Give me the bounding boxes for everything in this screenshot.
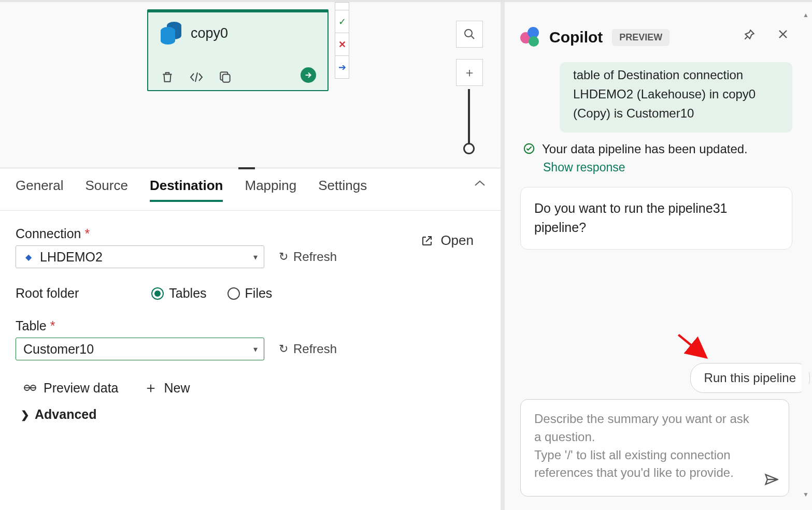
- advanced-toggle[interactable]: ❯ Advanced: [16, 407, 485, 422]
- refresh-label: Refresh: [293, 342, 337, 356]
- status-box: [335, 2, 349, 10]
- table-value: Customer10: [23, 342, 94, 357]
- refresh-table-button[interactable]: ↻ Refresh: [279, 342, 337, 356]
- delete-icon[interactable]: [161, 70, 174, 84]
- tab-source[interactable]: Source: [86, 178, 128, 202]
- svg-rect-0: [223, 75, 230, 82]
- copilot-logo-icon: [520, 27, 541, 48]
- svg-point-1: [465, 30, 472, 37]
- check-circle-icon: [523, 143, 535, 154]
- radio-files-label: Files: [245, 286, 273, 301]
- refresh-connection-button[interactable]: ↻ Refresh: [279, 250, 337, 264]
- code-icon[interactable]: [189, 70, 204, 84]
- connection-label: Connection: [16, 226, 81, 241]
- tab-destination[interactable]: Destination: [150, 178, 223, 202]
- updated-text: Your data pipeline has been updated.: [542, 142, 748, 156]
- copilot-title: Copilot: [549, 28, 603, 46]
- chevron-right-icon: ❯: [21, 409, 30, 421]
- new-label: New: [164, 381, 190, 396]
- database-icon: [161, 22, 181, 45]
- activity-title: copy0: [191, 25, 228, 41]
- pin-icon[interactable]: [743, 28, 756, 41]
- zoom-slider-thumb[interactable]: [463, 143, 475, 154]
- canvas-add-button[interactable]: ＋: [456, 59, 483, 86]
- preview-badge: PREVIEW: [612, 29, 669, 46]
- show-response-link[interactable]: Show response: [543, 161, 792, 174]
- scroll-up-icon[interactable]: ▲: [803, 11, 809, 19]
- copilot-input[interactable]: Describe the summary you want or ask a q…: [520, 399, 789, 497]
- refresh-label: Refresh: [293, 250, 337, 264]
- panel-grip[interactable]: [238, 167, 255, 169]
- table-label: Table: [16, 318, 47, 333]
- lakehouse-icon: ◆: [23, 252, 34, 262]
- required-mark: *: [50, 318, 55, 333]
- advanced-label: Advanced: [35, 407, 96, 422]
- tab-mapping[interactable]: Mapping: [245, 178, 296, 202]
- pane-scrollbar[interactable]: ▲ ▼: [802, 11, 809, 498]
- run-pipeline-button[interactable]: Run this pipeline: [690, 363, 810, 393]
- destination-form: Open Connection * ◆ LHDEMO2 ▾ ↻ Refresh …: [0, 211, 501, 422]
- connection-dropdown[interactable]: ◆ LHDEMO2 ▾: [16, 245, 264, 268]
- new-table-button[interactable]: ＋ New: [144, 378, 190, 398]
- scroll-down-icon[interactable]: ▼: [803, 491, 809, 498]
- annotation-arrow-icon: [676, 332, 709, 361]
- table-dropdown[interactable]: Customer10 ▾: [16, 338, 264, 360]
- close-icon[interactable]: [777, 28, 789, 41]
- tab-general[interactable]: General: [16, 178, 64, 202]
- radio-tables-label: Tables: [169, 286, 206, 301]
- tab-settings[interactable]: Settings: [318, 178, 367, 202]
- status-line: Your data pipeline has been updated.: [523, 142, 792, 156]
- chevron-down-icon: ▾: [253, 252, 258, 262]
- refresh-icon: ↻: [279, 250, 288, 264]
- radio-files[interactable]: Files: [227, 286, 273, 301]
- zoom-slider-track[interactable]: [468, 89, 470, 146]
- status-success-icon[interactable]: ✓: [335, 10, 349, 33]
- radio-tables[interactable]: Tables: [151, 286, 206, 301]
- system-message: table of Destination connection LHDEMO2 …: [560, 62, 792, 133]
- refresh-icon: ↻: [279, 342, 288, 356]
- plus-icon: ＋: [144, 378, 158, 398]
- status-fail-icon[interactable]: ✕: [335, 33, 349, 56]
- send-icon[interactable]: [764, 472, 778, 487]
- main-pane: copy0 ✓ ✕ ➔: [0, 2, 501, 510]
- root-folder-label: Root folder: [16, 286, 79, 301]
- open-button[interactable]: Open: [421, 232, 474, 249]
- open-label: Open: [440, 232, 474, 249]
- copilot-input-placeholder: Describe the summary you want or ask a q…: [534, 412, 749, 479]
- canvas-search-button[interactable]: [456, 21, 483, 48]
- status-skip-icon[interactable]: ➔: [335, 56, 349, 79]
- preview-data-label: Preview data: [44, 381, 119, 396]
- run-activity-icon[interactable]: [301, 67, 316, 83]
- copy-icon[interactable]: [219, 70, 232, 84]
- bot-message: Do you want to run the pipeline31 pipeli…: [520, 187, 792, 250]
- connection-value: LHDEMO2: [40, 250, 103, 265]
- preview-data-button[interactable]: Preview data: [23, 378, 119, 398]
- required-mark: *: [84, 226, 90, 241]
- properties-tabs: General Source Destination Mapping Setti…: [0, 168, 501, 211]
- pane-splitter[interactable]: [501, 2, 505, 510]
- copilot-pane: Copilot PREVIEW ▲ table of Destination c…: [505, 2, 812, 510]
- pipeline-canvas[interactable]: copy0 ✓ ✕ ➔: [0, 2, 501, 168]
- collapse-panel-icon[interactable]: [474, 180, 486, 187]
- activity-status-column: ✓ ✕ ➔: [335, 2, 349, 79]
- chevron-down-icon: ▾: [253, 344, 258, 354]
- activity-card-copy0[interactable]: copy0: [147, 9, 329, 91]
